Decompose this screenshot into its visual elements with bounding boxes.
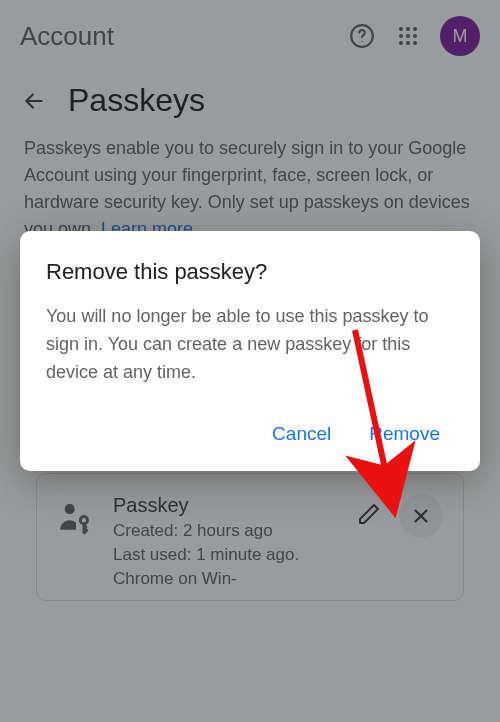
cancel-button[interactable]: Cancel bbox=[268, 415, 335, 453]
dialog-body: You will no longer be able to use this p… bbox=[46, 303, 454, 387]
dialog-actions: Cancel Remove bbox=[46, 415, 454, 453]
remove-passkey-dialog: Remove this passkey? You will no longer … bbox=[20, 231, 480, 471]
modal-overlay[interactable]: Remove this passkey? You will no longer … bbox=[0, 0, 500, 722]
remove-button[interactable]: Remove bbox=[365, 415, 444, 453]
dialog-title: Remove this passkey? bbox=[46, 259, 454, 285]
